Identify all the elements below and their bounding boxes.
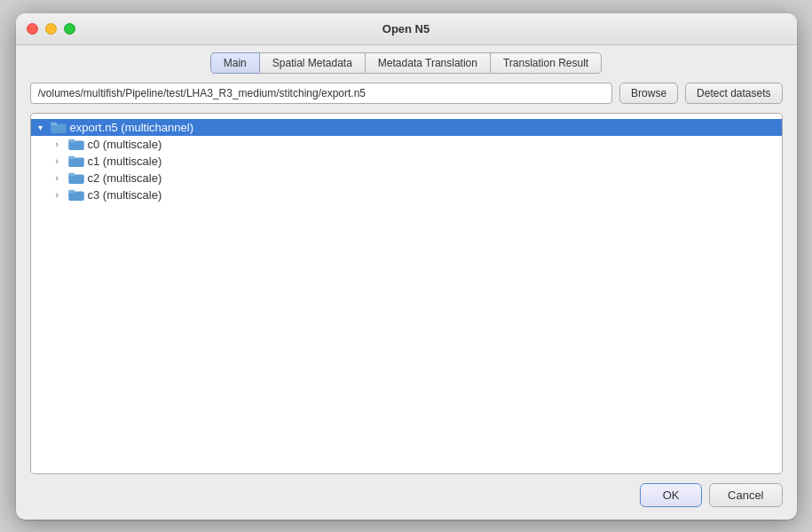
- folder-icon: [68, 188, 84, 201]
- footer-buttons: OK Cancel: [30, 474, 783, 511]
- ok-button[interactable]: OK: [640, 483, 702, 507]
- tree-child-label-3: c3 (multiscale): [88, 188, 162, 202]
- folder-icon: [68, 138, 84, 150]
- content-area: Browse Detect datasets ▾ export.n5 (mult…: [16, 74, 797, 520]
- folder-icon: [68, 155, 84, 167]
- folder-icon: [51, 121, 67, 133]
- maximize-button[interactable]: [64, 23, 75, 35]
- tree-child-label-1: c1 (multiscale): [88, 155, 162, 168]
- chevron-right-icon: ›: [56, 156, 68, 166]
- path-row: Browse Detect datasets: [30, 83, 783, 104]
- close-button[interactable]: [27, 23, 38, 35]
- tab-main[interactable]: Main: [210, 52, 260, 74]
- svg-rect-5: [68, 156, 75, 160]
- minimize-button[interactable]: [45, 23, 57, 35]
- chevron-right-icon: ›: [56, 173, 68, 183]
- detect-datasets-button[interactable]: Detect datasets: [685, 83, 782, 104]
- tree-root-label: export.n5 (multichannel): [70, 121, 193, 134]
- tree-child-item[interactable]: › c1 (multiscale): [31, 153, 782, 170]
- folder-icon: [68, 171, 84, 184]
- tree-child-item[interactable]: › c0 (multiscale): [31, 136, 782, 153]
- tree-child-label-0: c0 (multiscale): [88, 138, 162, 151]
- tree-panel: ▾ export.n5 (multichannel) › c0 (multisc…: [30, 113, 783, 474]
- window-controls: [27, 23, 75, 35]
- svg-rect-7: [68, 173, 75, 177]
- browse-button[interactable]: Browse: [619, 83, 678, 104]
- svg-rect-3: [68, 139, 75, 143]
- svg-rect-9: [68, 190, 75, 194]
- main-window: Open N5 Main Spatial Metadata Metadata T…: [16, 13, 797, 520]
- tab-metadata-translation[interactable]: Metadata Translation: [366, 52, 491, 74]
- tree-child-label-2: c2 (multiscale): [88, 171, 162, 185]
- chevron-down-icon: ▾: [38, 123, 51, 132]
- chevron-right-icon: ›: [56, 139, 68, 149]
- chevron-right-icon: ›: [56, 190, 68, 200]
- tree-child-item[interactable]: › c2 (multiscale): [31, 170, 782, 187]
- title-bar: Open N5: [16, 13, 797, 45]
- svg-rect-1: [51, 123, 57, 126]
- cancel-button[interactable]: Cancel: [709, 483, 782, 507]
- tree-child-item[interactable]: › c3 (multiscale): [31, 187, 782, 203]
- window-title: Open N5: [382, 22, 430, 36]
- tab-translation-result[interactable]: Translation Result: [491, 52, 602, 74]
- path-input[interactable]: [30, 83, 613, 104]
- tab-spatial-metadata[interactable]: Spatial Metadata: [260, 52, 366, 74]
- tab-bar: Main Spatial Metadata Metadata Translati…: [16, 45, 797, 74]
- tree-root-item[interactable]: ▾ export.n5 (multichannel): [31, 119, 782, 136]
